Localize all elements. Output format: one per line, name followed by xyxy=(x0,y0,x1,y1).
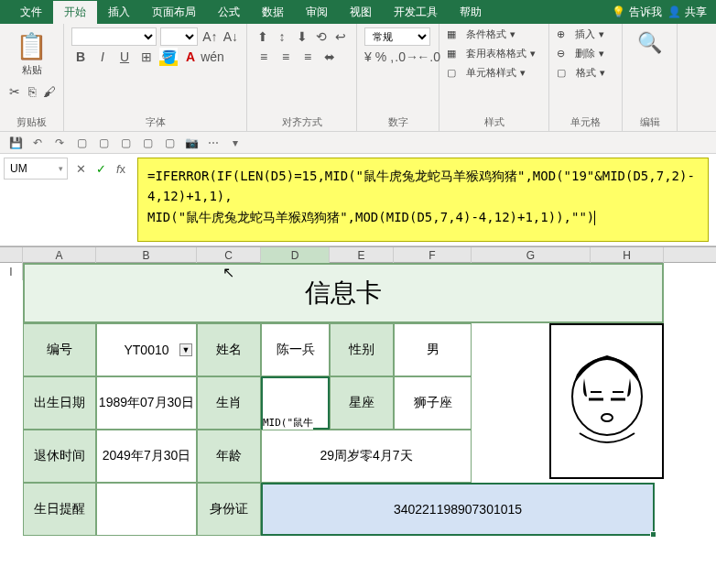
font-size-select[interactable] xyxy=(160,27,198,46)
decrease-font-icon[interactable]: A↓ xyxy=(222,27,239,46)
qa-icon-4[interactable]: ▢ xyxy=(139,135,156,151)
cut-icon[interactable]: ✂ xyxy=(7,82,21,101)
col-D[interactable]: D xyxy=(261,247,330,264)
cell-remind[interactable] xyxy=(96,483,197,536)
dec-decimal-icon[interactable]: ←.0 xyxy=(419,48,438,66)
comma-icon[interactable]: , xyxy=(390,48,394,66)
name-box[interactable]: UM xyxy=(4,158,68,180)
paste-button[interactable]: 📋 粘贴 xyxy=(7,27,56,81)
col-B[interactable]: B xyxy=(96,247,197,264)
bold-icon[interactable]: B xyxy=(71,48,90,66)
cell-id[interactable]: 340221198907301015 xyxy=(261,483,655,536)
currency-icon[interactable]: ¥ xyxy=(364,48,372,66)
tab-layout[interactable]: 页面布局 xyxy=(141,1,207,24)
tab-home[interactable]: 开始 xyxy=(53,1,97,24)
label-number[interactable]: 编号 xyxy=(23,323,96,376)
table-format-button[interactable]: ▦ 套用表格格式 ▾ xyxy=(447,47,541,60)
align-middle-icon[interactable]: ↕ xyxy=(274,27,289,46)
corner-cell[interactable] xyxy=(0,247,23,264)
tab-file[interactable]: 文件 xyxy=(9,1,53,24)
label-age[interactable]: 年龄 xyxy=(197,430,261,483)
redo-icon[interactable]: ↷ xyxy=(51,135,68,151)
tab-insert[interactable]: 插入 xyxy=(97,1,141,24)
align-top-icon[interactable]: ⬆ xyxy=(255,27,270,46)
label-sex[interactable]: 性别 xyxy=(330,323,394,376)
phonetic-icon[interactable]: wén xyxy=(203,48,222,66)
italic-icon[interactable]: I xyxy=(93,48,112,66)
merge-icon[interactable]: ⬌ xyxy=(320,48,339,66)
format-cells-button[interactable]: ▢ 格式 ▾ xyxy=(557,66,614,80)
qa-icon-5[interactable]: ▢ xyxy=(161,135,178,151)
save-icon[interactable]: 💾 xyxy=(7,135,24,151)
align-center-icon[interactable]: ≡ xyxy=(277,48,295,66)
tab-formula[interactable]: 公式 xyxy=(207,1,251,24)
font-family-select[interactable] xyxy=(71,27,157,46)
label-remind[interactable]: 生日提醒 xyxy=(23,483,96,536)
underline-icon[interactable]: U xyxy=(115,48,134,66)
cell-star[interactable]: 狮子座 xyxy=(394,376,472,430)
insert-cells-button[interactable]: ⊕ 插入 ▾ xyxy=(557,27,614,41)
accept-formula-icon[interactable]: ✓ xyxy=(92,159,110,178)
format-painter-icon[interactable]: 🖌 xyxy=(42,82,56,101)
share-button[interactable]: 👤共享 xyxy=(667,5,707,20)
wrap-text-icon[interactable]: ↩ xyxy=(333,27,349,46)
tab-view[interactable]: 视图 xyxy=(339,1,383,24)
qa-icon-2[interactable]: ▢ xyxy=(95,135,112,151)
photo-cell[interactable] xyxy=(549,323,664,479)
cell-style-button[interactable]: ▢ 单元格样式 ▾ xyxy=(447,66,541,80)
label-star[interactable]: 星座 xyxy=(330,376,394,430)
col-E[interactable]: E xyxy=(330,247,394,264)
copy-icon[interactable]: ⎘ xyxy=(25,82,38,101)
cell-sex[interactable]: 男 xyxy=(394,323,472,376)
fill-color-icon[interactable]: 🪣 xyxy=(159,48,178,66)
tell-me[interactable]: 💡告诉我 xyxy=(612,5,662,20)
tab-data[interactable]: 数据 xyxy=(251,1,295,24)
fx-icon[interactable]: fx xyxy=(112,159,130,178)
camera-icon[interactable]: 📷 xyxy=(183,135,200,151)
qa-icon[interactable]: ▢ xyxy=(73,135,90,151)
formula-input[interactable]: =IFERROR(IF(LEN(D5)=15,MID("鼠牛虎兔龙蛇马羊猴鸡狗猪… xyxy=(137,158,709,242)
cell-age[interactable]: 29周岁零4月7天 xyxy=(261,430,472,483)
label-name[interactable]: 姓名 xyxy=(197,323,261,376)
col-G[interactable]: G xyxy=(472,247,591,264)
col-I[interactable]: I xyxy=(0,264,23,280)
selection-handle[interactable] xyxy=(650,531,656,538)
cancel-formula-icon[interactable]: ✕ xyxy=(71,159,90,178)
editing-button[interactable]: 🔍 xyxy=(630,27,669,59)
label-retire[interactable]: 退休时间 xyxy=(23,430,96,483)
label-id[interactable]: 身份证 xyxy=(197,483,261,536)
dropdown-icon[interactable]: ▼ xyxy=(179,343,192,356)
tab-review[interactable]: 审阅 xyxy=(295,1,339,24)
increase-font-icon[interactable]: A↑ xyxy=(201,27,218,46)
cell-zodiac-editing[interactable]: MID("鼠牛 xyxy=(261,376,330,430)
orientation-icon[interactable]: ⟲ xyxy=(313,27,329,46)
cell-retire[interactable]: 2049年7月30日 xyxy=(96,430,197,483)
delete-cells-button[interactable]: ⊖ 删除 ▾ xyxy=(557,47,614,60)
tab-dev[interactable]: 开发工具 xyxy=(383,1,449,24)
cell-name[interactable]: 陈一兵 xyxy=(261,323,330,376)
col-H[interactable]: H xyxy=(591,247,664,264)
qa-dropdown-icon[interactable]: ⋯ xyxy=(205,135,222,151)
tab-help[interactable]: 帮助 xyxy=(449,1,493,24)
col-F[interactable]: F xyxy=(394,247,472,264)
align-bottom-icon[interactable]: ⬇ xyxy=(294,27,309,46)
qa-more-icon[interactable]: ▾ xyxy=(227,135,244,151)
percent-icon[interactable]: % xyxy=(375,48,386,66)
cell-number[interactable]: YT0010 ▼ xyxy=(96,323,197,376)
bulb-icon: 💡 xyxy=(612,5,625,18)
label-zodiac[interactable]: 生肖 xyxy=(197,376,261,430)
inc-decimal-icon[interactable]: .0→ xyxy=(397,48,416,66)
card-title[interactable]: 信息卡 xyxy=(23,263,664,323)
cell-birth[interactable]: 1989年07月30日 xyxy=(96,376,197,430)
label-birth[interactable]: 出生日期 xyxy=(23,376,96,430)
align-right-icon[interactable]: ≡ xyxy=(298,48,317,66)
font-color-icon[interactable]: A xyxy=(181,48,200,66)
col-A[interactable]: A xyxy=(23,247,96,264)
col-C[interactable]: C xyxy=(197,247,261,264)
undo-icon[interactable]: ↶ xyxy=(29,135,46,151)
align-left-icon[interactable]: ≡ xyxy=(255,48,273,66)
number-format-select[interactable]: 常规 xyxy=(364,27,430,46)
border-icon[interactable]: ⊞ xyxy=(137,48,156,66)
conditional-format-button[interactable]: ▦ 条件格式 ▾ xyxy=(447,27,541,41)
qa-icon-3[interactable]: ▢ xyxy=(117,135,134,151)
